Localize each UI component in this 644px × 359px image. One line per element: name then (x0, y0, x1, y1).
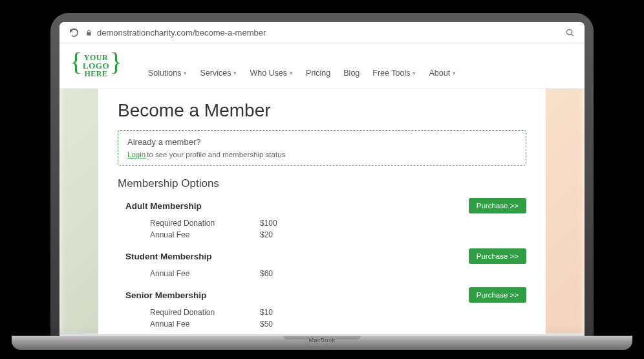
chevron-down-icon: ▾ (290, 70, 293, 76)
fee-label: Required Donation (150, 217, 260, 229)
login-link[interactable]: Login (127, 151, 145, 158)
reload-icon[interactable] (69, 27, 79, 38)
main-content: Become a Member Already a member? Logint… (98, 89, 546, 334)
membership-option-adult: Adult Membership Purchase >> Required Do… (118, 198, 526, 241)
chevron-down-icon: ▾ (184, 70, 187, 76)
nav-label: Pricing (306, 69, 330, 78)
logo-brace-left: { (70, 50, 82, 74)
nav-item-free-tools[interactable]: Free Tools ▾ (372, 69, 416, 78)
nav-item-services[interactable]: Services ▾ (200, 69, 237, 78)
site-header: { YOUR LOGO HERE } Solutions ▾ Services (59, 43, 585, 89)
fee-label: Annual Fee (150, 268, 260, 279)
nav-label: Free Tools (372, 69, 410, 78)
chevron-down-icon: ▾ (233, 70, 237, 76)
fee-value: $10 (260, 307, 273, 318)
fee-value: $50 (260, 318, 273, 330)
browser-address-bar: demonstrationcharity.com/become-a-member (59, 22, 585, 43)
login-callout-rest: to see your profile and membership statu… (147, 151, 285, 158)
fee-label: Annual Fee (150, 229, 260, 241)
logo-line3: HERE (83, 70, 109, 78)
laptop-frame: demonstrationcharity.com/become-a-member… (50, 13, 594, 336)
page-body: { YOUR LOGO HERE } Solutions ▾ Services (59, 43, 585, 334)
laptop-hinge: MacBook (12, 336, 632, 350)
nav-label: Services (200, 69, 231, 78)
svg-point-1 (567, 29, 572, 34)
fee-value: $60 (260, 268, 273, 279)
screen: demonstrationcharity.com/become-a-member… (59, 22, 585, 336)
nav-label: Blog (343, 69, 360, 78)
membership-option-student: Student Membership Purchase >> Annual Fe… (118, 248, 526, 279)
page-title: Become a Member (118, 100, 526, 121)
option-title: Student Membership (118, 252, 212, 261)
fee-row: Annual Fee $60 (150, 268, 526, 279)
url-text: demonstrationcharity.com/become-a-member (97, 28, 266, 38)
logo-brace-right: } (110, 50, 122, 74)
nav-item-who-uses[interactable]: Who Uses ▾ (250, 69, 293, 78)
fee-row: Required Donation $100 (150, 217, 526, 229)
nav-item-solutions[interactable]: Solutions ▾ (148, 69, 187, 78)
purchase-button-student[interactable]: Purchase >> (469, 248, 526, 264)
nav-item-blog[interactable]: Blog (343, 69, 360, 78)
url-area[interactable]: demonstrationcharity.com/become-a-member (85, 28, 559, 38)
svg-rect-0 (87, 32, 91, 36)
nav-label: Who Uses (250, 69, 287, 78)
chevron-down-icon: ▾ (413, 70, 416, 76)
lock-icon (85, 28, 93, 36)
fee-label: Annual Fee (150, 318, 260, 330)
option-title: Adult Membership (118, 201, 202, 211)
site-logo[interactable]: { YOUR LOGO HERE } (76, 50, 116, 82)
nav-label: About (429, 69, 450, 78)
fee-row: Annual Fee $20 (150, 229, 526, 241)
fee-value: $100 (260, 217, 277, 229)
main-nav: Solutions ▾ Services ▾ Who Uses ▾ Pricin… (148, 69, 456, 82)
purchase-button-senior[interactable]: Purchase >> (469, 287, 526, 303)
login-callout-heading: Already a member? (127, 137, 517, 147)
fee-row: Annual Fee $50 (150, 318, 526, 330)
membership-option-senior: Senior Membership Purchase >> Required D… (118, 287, 526, 330)
fee-value: $20 (260, 229, 273, 241)
svg-line-2 (572, 34, 574, 36)
login-callout: Already a member? Loginto see your profi… (118, 130, 526, 166)
search-icon[interactable] (565, 27, 575, 38)
purchase-button-adult[interactable]: Purchase >> (469, 198, 526, 213)
fee-label: Required Donation (150, 307, 260, 318)
nav-item-about[interactable]: About ▾ (429, 69, 456, 78)
nav-label: Solutions (148, 69, 181, 78)
login-callout-subtext: Loginto see your profile and membership … (127, 151, 517, 158)
fee-row: Required Donation $10 (150, 307, 526, 318)
membership-options-heading: Membership Options (118, 177, 526, 190)
device-brand-label: MacBook (308, 337, 335, 343)
nav-item-pricing[interactable]: Pricing (306, 69, 330, 78)
option-title: Senior Membership (118, 290, 206, 300)
chevron-down-icon: ▾ (453, 70, 456, 76)
